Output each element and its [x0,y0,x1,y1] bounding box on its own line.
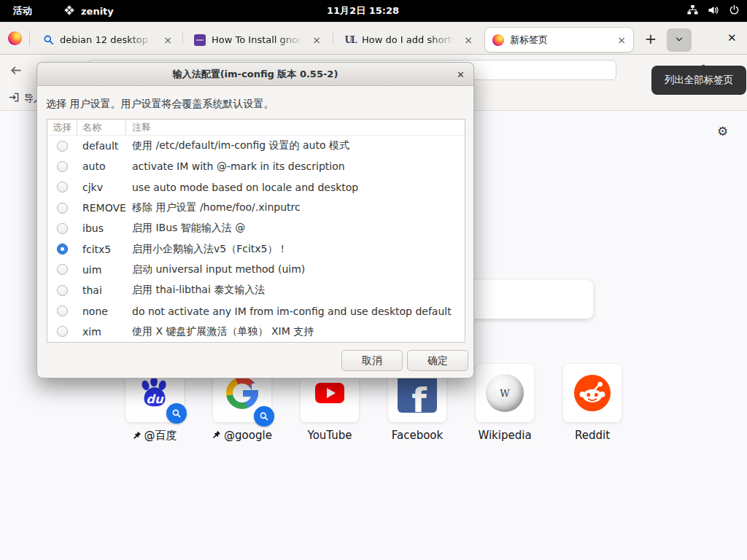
close-tab-icon[interactable]: × [312,35,321,45]
im-name: fcitx5 [77,244,126,255]
radio-button[interactable] [57,203,68,214]
im-name: thai [77,284,126,296]
tab-separator [333,32,333,44]
search-badge-icon [254,406,274,427]
close-tab-icon[interactable]: × [163,35,172,45]
tab-new-tab-active[interactable]: 新标签页 × [484,27,634,52]
im-name: uim [77,264,126,276]
radio-button[interactable] [57,141,68,152]
shortcut-label: Wikipedia [461,429,549,442]
im-name: ibus [77,222,126,234]
search-badge-icon [166,403,187,424]
im-name: auto [77,160,126,172]
tab-title: 新标签页 [510,34,611,47]
gear-icon[interactable]: ⚙ [717,125,728,138]
table-row-xim[interactable]: xim 使用 X 键盘扩展激活（单独） XIM 支持 [47,322,465,342]
table-row-ibus[interactable]: ibus 启用 IBus 智能输入法 @ [47,218,465,238]
im-comment: use auto mode based on locale and deskto… [126,182,465,193]
list-all-tabs-button[interactable] [667,28,692,52]
zenity-app-icon [63,4,76,19]
tab-debian-desktop-icons[interactable]: debian 12 desktop icons × [35,27,179,52]
shortcut-label: @百度 [111,429,198,443]
facebook-icon: f [398,373,437,413]
radio-button[interactable] [57,223,68,234]
im-comment: activate IM with @-mark in its descripti… [126,160,465,172]
im-name: xim [77,326,126,338]
network-icon [687,4,698,18]
im-comment: 启动 universal input method (uim) [126,263,465,276]
shortcut-label: YouTube [286,429,374,442]
im-comment: 启用小企鹅输入法v5（Fcitx5）！ [126,243,465,256]
new-tab-button[interactable]: + [642,31,659,47]
svg-text:du: du [146,392,164,406]
youtube-icon [315,383,344,403]
tab-install-gnome[interactable]: How To Install gnome-s × [187,27,328,52]
dialog-close-icon[interactable]: ✕ [457,63,465,86]
ul-monogram-icon: UL [344,34,356,46]
radio-button[interactable] [57,326,68,337]
activities-button[interactable]: 活动 [13,4,32,18]
table-row-none[interactable]: none do not activate any IM from im-conf… [47,300,465,321]
table-header-row: 选择 名称 注释 [47,120,465,136]
close-tab-icon[interactable]: × [464,35,473,45]
table-row-auto[interactable]: auto activate IM with @-mark in its desc… [47,156,465,176]
im-comment: 使用 /etc/default/im-config 设置的 auto 模式 [126,139,465,152]
volume-icon [708,4,719,18]
table-row-uim[interactable]: uim 启动 universal input method (uim) [47,260,465,280]
shortcut-tile: W [476,364,534,422]
tab-title: How To Install gnome-s [212,34,306,45]
tab-add-shortcuts[interactable]: UL How do I add shortcuts × [337,27,480,52]
shortcut-label: Reddit [549,429,636,442]
radio-button-selected[interactable] [57,244,68,254]
table-row-fcitx5[interactable]: fcitx5 启用小企鹅输入法v5（Fcitx5）！ [47,238,465,259]
table-row-default[interactable]: default 使用 /etc/default/im-config 设置的 au… [47,136,465,156]
radio-button[interactable] [57,182,68,192]
google-icon [226,377,258,409]
table-row-cjkv[interactable]: cjkv use auto mode based on locale and d… [47,177,465,198]
reddit-icon [573,373,612,413]
radio-button[interactable] [57,285,68,296]
wikipedia-globe-icon: W [486,374,524,412]
firefox-view-button[interactable] [8,31,22,45]
header-comment[interactable]: 注释 [126,120,465,135]
app-menu[interactable]: zenity [63,4,114,19]
close-tab-icon[interactable]: × [617,35,626,45]
import-icon [9,92,20,105]
im-comment: do not activate any IM from im-config an… [126,306,465,317]
im-name: cjkv [77,182,126,193]
header-name[interactable]: 名称 [77,120,126,135]
im-comment: 启用 IBus 智能输入法 @ [126,222,465,235]
chevron-down-icon [674,34,684,47]
window-close-button[interactable]: ✕ [727,31,737,44]
dialog-title-bar: 输入法配置(im-config 版本 0.55-2) ✕ [37,63,473,86]
gnome-top-bar: 活动 zenity 11月2日 15:28 [0,0,747,22]
shortcut-label: @google [198,429,286,442]
shortcut-reddit[interactable]: Reddit [563,364,622,422]
tab-title: How do I add shortcuts [362,34,458,45]
table-row-remove[interactable]: REMOVE 移除 用户设置 /home/foo/.xinputrc [47,198,465,218]
radio-button[interactable] [57,161,68,172]
desktop-screen: 活动 zenity 11月2日 15:28 d [0,0,747,560]
site-icon-purple [194,34,206,46]
back-button[interactable] [9,64,22,79]
app-menu-label: zenity [81,6,114,17]
radio-button[interactable] [57,264,68,275]
ok-button[interactable]: 确定 [407,350,468,371]
cancel-button[interactable]: 取消 [341,350,403,371]
radio-button[interactable] [57,306,68,316]
pin-icon [212,429,221,442]
shortcut-label: Facebook [374,429,461,442]
table-row-thai[interactable]: thai 启用 thai-libthai 泰文输入法 [47,280,465,300]
header-select[interactable]: 选择 [47,120,77,135]
im-table: 选择 名称 注释 default 使用 /etc/default/im-conf… [47,119,465,343]
firefox-tab-bar: debian 12 desktop icons × How To Install… [0,22,747,55]
tab-bar-separator [29,31,30,46]
shortcut-tile [563,364,622,422]
im-comment: 启用 thai-libthai 泰文输入法 [126,284,465,297]
table-body: default 使用 /etc/default/im-config 设置的 au… [47,136,465,342]
clock[interactable]: 11月2日 15:28 [327,0,399,22]
dialog-title: 输入法配置(im-config 版本 0.55-2) [173,68,338,81]
tab-separator [182,32,183,44]
shortcut-wikipedia[interactable]: W Wikipedia [476,364,534,422]
system-status-area[interactable] [687,0,740,22]
